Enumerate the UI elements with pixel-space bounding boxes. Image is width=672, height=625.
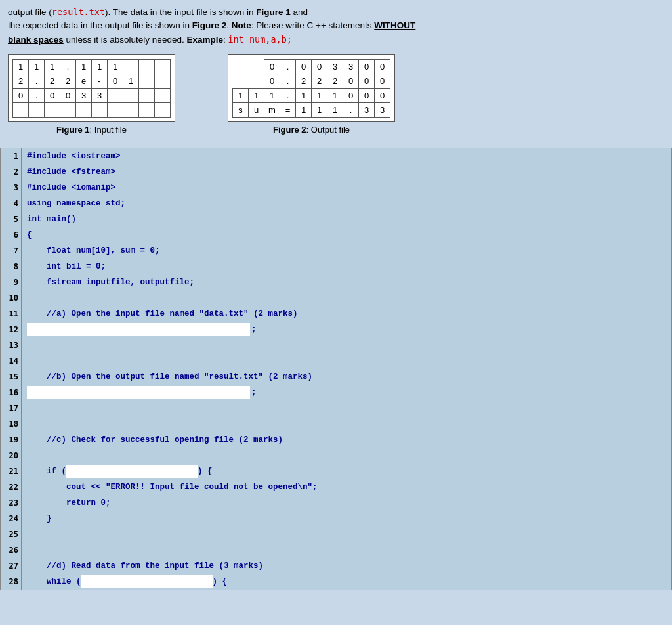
semicolon-b: ; — [251, 388, 257, 397]
code-section: 1 #include <iostream> 2 #include <fstrea… — [0, 148, 672, 590]
blank-input-d[interactable] — [81, 575, 213, 588]
figure2-box: 0.003300 0.222000 111.111000 sum=111.33 … — [228, 54, 395, 135]
line-content-23: return 0; — [22, 495, 671, 511]
figure1-table-box: 111.111 2.22e-01 0.0033 — [8, 54, 175, 122]
line-num-4: 4 — [1, 196, 22, 211]
line-content-20 — [22, 448, 671, 463]
code-line-2: 2 #include <fstream> — [1, 164, 671, 180]
example-code: int num,a,b; — [228, 34, 292, 45]
line-num-27: 27 — [1, 558, 22, 574]
line-num-8: 8 — [1, 259, 22, 274]
intro-text: output file (result.txt). The data in th… — [8, 5, 664, 47]
code-line-27: 27 //d) Read data from the input file (3… — [1, 558, 671, 574]
code-line-8: 8 int bil = 0; — [1, 259, 671, 274]
fig2-ref: Figure 2 — [192, 20, 227, 30]
line-content-1: #include <iostream> — [22, 148, 671, 164]
figure2-table: 0.003300 0.222000 111.111000 sum=111.33 — [232, 59, 390, 118]
code-line-3: 3 #include <iomanip> — [1, 180, 671, 196]
line-num-20: 20 — [1, 448, 22, 463]
line-num-17: 17 — [1, 400, 22, 416]
code-line-7: 7 float num[10], sum = 0; — [1, 243, 671, 259]
code-line-9: 9 fstream inputfile, outputfile; — [1, 274, 671, 290]
line-num-6: 6 — [1, 227, 22, 243]
figures-container: 111.111 2.22e-01 0.0033 Figure 1: Input … — [8, 54, 664, 135]
code-line-24: 24 } — [1, 511, 671, 527]
line-content-7: float num[10], sum = 0; — [22, 243, 671, 259]
code-line-6: 6 { — [1, 227, 671, 243]
code-line-26: 26 — [1, 542, 671, 558]
line-content-10 — [22, 290, 671, 306]
blank-input-c[interactable] — [66, 465, 198, 478]
code-line-10: 10 — [1, 290, 671, 306]
line-content-5: int main() — [22, 211, 671, 227]
code-line-15: 15 //b) Open the output file named "resu… — [1, 369, 671, 385]
code-line-11: 11 //a) Open the input file named "data.… — [1, 306, 671, 322]
line-num-26: 26 — [1, 542, 22, 558]
line-num-25: 25 — [1, 527, 22, 542]
semicolon-a: ; — [251, 325, 257, 334]
line-content-3: #include <iomanip> — [22, 180, 671, 196]
figure1-caption: Figure 1: Input file — [8, 125, 175, 135]
line-num-22: 22 — [1, 479, 22, 495]
line-content-13 — [22, 337, 671, 353]
code-line-5: 5 int main() — [1, 211, 671, 227]
code-line-1: 1 #include <iostream> — [1, 148, 671, 164]
code-line-12: 12 ; — [1, 322, 671, 337]
code-line-18: 18 — [1, 416, 671, 432]
line-content-25 — [22, 527, 671, 542]
line-num-23: 23 — [1, 495, 22, 511]
code-line-21: 21 if () { — [1, 463, 671, 479]
blank-spaces-label: blank spaces — [8, 35, 64, 45]
line-num-2: 2 — [1, 164, 22, 180]
code-line-20: 20 — [1, 448, 671, 463]
line-num-18: 18 — [1, 416, 22, 432]
line-content-6: { — [22, 227, 671, 243]
line-num-24: 24 — [1, 511, 22, 527]
code-line-23: 23 return 0; — [1, 495, 671, 511]
line-content-11: //a) Open the input file named "data.txt… — [22, 306, 671, 322]
code-line-17: 17 — [1, 400, 671, 416]
line-content-17 — [22, 400, 671, 416]
code-line-13: 13 — [1, 337, 671, 353]
line-content-14 — [22, 353, 671, 369]
line-content-8: int bil = 0; — [22, 259, 671, 274]
text-line2: the expected data in the output file is … — [8, 20, 415, 30]
line-num-9: 9 — [1, 274, 22, 290]
fig1-ref: Figure 1 — [256, 7, 291, 17]
line-content-27: //d) Read data from the input file (3 ma… — [22, 558, 671, 574]
figure1-box: 111.111 2.22e-01 0.0033 Figure 1: Input … — [8, 54, 175, 135]
figure2-table-box: 0.003300 0.222000 111.111000 sum=111.33 — [228, 54, 395, 122]
code-line-16: 16 ; — [1, 385, 671, 400]
line-num-16: 16 — [1, 385, 22, 400]
figure1-table: 111.111 2.22e-01 0.0033 — [12, 59, 171, 118]
line-content-4: using namespace std; — [22, 196, 671, 211]
line-content-21: if () { — [22, 463, 671, 479]
text-line3: blank spaces unless it is absolutely nee… — [8, 35, 292, 45]
line-content-22: cout << "ERROR!! Input file could not be… — [22, 479, 671, 495]
line-num-15: 15 — [1, 369, 22, 385]
line-content-2: #include <fstream> — [22, 164, 671, 180]
example-label: Example — [186, 35, 223, 45]
line-num-3: 3 — [1, 180, 22, 196]
result-txt: result.txt — [52, 7, 105, 17]
code-line-22: 22 cout << "ERROR!! Input file could not… — [1, 479, 671, 495]
line-num-13: 13 — [1, 337, 22, 353]
line-num-1: 1 — [1, 148, 22, 164]
line-content-9: fstream inputfile, outputfile; — [22, 274, 671, 290]
line-content-16: ; — [22, 385, 671, 400]
blank-input-b[interactable] — [27, 386, 250, 399]
line-num-10: 10 — [1, 290, 22, 306]
line-num-11: 11 — [1, 306, 22, 322]
code-line-14: 14 — [1, 353, 671, 369]
line-content-15: //b) Open the output file named "result.… — [22, 369, 671, 385]
line-content-12: ; — [22, 322, 671, 337]
blank-input-a[interactable] — [27, 323, 250, 336]
top-section: output file (result.txt). The data in th… — [0, 0, 672, 148]
line-num-19: 19 — [1, 432, 22, 448]
line-num-21: 21 — [1, 463, 22, 479]
without-label: WITHOUT — [374, 20, 415, 30]
text-output: output file (result.txt). The data in th… — [8, 7, 308, 17]
line-content-19: //c) Check for successful opening file (… — [22, 432, 671, 448]
note-label: Note — [232, 20, 251, 30]
line-num-7: 7 — [1, 243, 22, 259]
